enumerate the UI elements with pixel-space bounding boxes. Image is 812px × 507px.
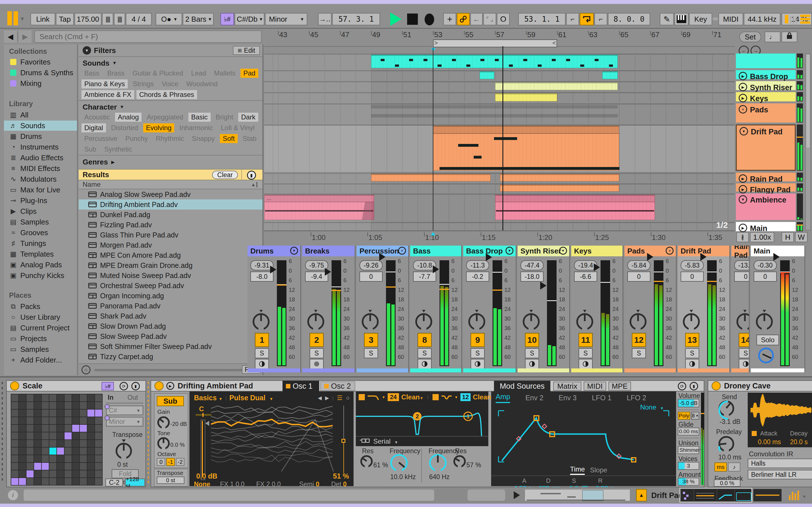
amp-envelope-display[interactable] [493,407,674,465]
filter1-marker[interactable]: 1 [466,413,469,419]
scale-aware-badge[interactable]: ♭# [101,382,114,390]
filter1-toggle[interactable] [359,394,365,400]
fold-icon[interactable]: ▶ [739,72,747,80]
filter-tag-strings[interactable]: Strings [130,79,157,89]
device-fold-strip[interactable] [2,382,3,483]
search-input[interactable] [35,31,262,43]
filter1-slope-menu[interactable]: ▼ [382,395,386,399]
tap-button[interactable]: Tap [56,13,74,25]
pan-knob[interactable] [523,313,540,330]
volume-field[interactable]: 0 [359,272,383,282]
hot-swap-icon[interactable]: ⟳ [119,382,128,390]
list-item[interactable]: Muted Noise Sweep Pad.adv [79,270,263,281]
strip-name[interactable]: Keys [571,245,622,256]
scale-grid-cell[interactable] [11,478,18,485]
mixer-strip-synth-riser[interactable]: Synth Riser▼-47.4-18.0606121824303642486… [518,245,570,372]
list-item[interactable]: Slow Sweep Pad.adv [79,331,263,341]
tempo-field[interactable]: 175.00 [74,13,101,25]
solo-button[interactable]: Solo [756,335,779,345]
strip-name[interactable]: Rain Pad [731,245,749,256]
scale-grid-cell[interactable] [34,425,41,432]
scale-grid-cell[interactable] [27,455,34,462]
volume-field[interactable]: -6.6 [574,272,597,282]
filter-tag-bass[interactable]: Bass [82,69,102,78]
scale-name-menu[interactable]: Minor▾ [265,13,307,25]
fader-handle[interactable] [270,266,276,274]
feedback-field[interactable]: 0.0 % [714,480,741,487]
filter-tag-lead[interactable]: Lead [188,69,209,78]
env-slope-tab[interactable]: Slope [590,466,607,474]
filter-tag-bright[interactable]: Bright [213,113,236,122]
scale-grid-cell[interactable] [11,417,18,424]
draw-mode-frame-button[interactable]: ⌜ ⌟ [483,13,496,25]
audition-row-button[interactable]: ∦ [737,232,749,242]
pan-knob[interactable] [756,313,773,330]
tab-matrix[interactable]: Matrix [553,382,581,391]
gain-knob[interactable] [157,416,170,429]
collection-item-mixing[interactable]: Mixing [4,78,78,89]
time-label[interactable]: 1:15 [482,233,496,242]
scale-grid-cell[interactable] [57,448,64,455]
clip-track-1[interactable] [479,71,494,79]
predelay-sync-button[interactable]: ♪ [728,462,741,471]
scale-grid-cell[interactable] [19,402,26,409]
scale-grid-cell[interactable] [57,402,64,409]
solo-button[interactable]: S [685,348,699,358]
filter1-res-knob[interactable] [360,455,373,467]
scale-grid-cell[interactable] [80,470,87,477]
scale-grid-cell[interactable] [64,394,71,401]
tab-midi[interactable]: MIDI [583,382,606,391]
scale-grid-cell[interactable] [57,463,64,470]
ableton-logo[interactable] [7,11,20,25]
filter1-freq-value[interactable]: 10.0 kHz [390,473,416,481]
scale-grid-cell[interactable] [49,440,56,447]
arrangement-position-field[interactable]: 57. 3. 1 [332,13,380,25]
solo-button[interactable]: S [310,348,324,358]
strip-name[interactable]: Drums▼ [248,245,300,256]
scale-grid-cell[interactable] [95,463,102,470]
filter-tag-snappy[interactable]: Snappy [189,134,217,143]
scale-grid-cell[interactable] [64,455,71,462]
range-field[interactable]: +128 st [125,478,145,487]
scale-grid-cell[interactable] [95,432,102,439]
tab-mpe[interactable]: MPE [608,382,631,391]
arm-monitor-button[interactable] [255,359,269,369]
octave-0-button[interactable]: 0 [157,458,165,466]
mixer-strip-drift-pad[interactable]: Drift Pad-5.830606121824303642486013S [678,245,730,372]
filter-tag-rhythmic[interactable]: Rhythmic [153,134,187,143]
scale-grid-cell[interactable] [42,440,49,447]
scale-grid-cell[interactable] [64,417,71,424]
scale-grid-cell[interactable] [49,402,56,409]
list-item[interactable]: Morgen Pad.adv [79,240,263,250]
scale-grid-cell[interactable] [57,432,64,439]
library-item-instruments[interactable]: ◔Instruments [4,142,78,152]
scale-grid-cell[interactable] [27,394,34,401]
scale-grid-cell[interactable] [72,425,79,432]
scale-grid-cell[interactable] [64,440,71,447]
filter-tag-percussive[interactable]: Percussive [82,134,120,143]
unison-mode-menu[interactable]: Shimmer▼ [678,446,699,454]
filter-tag-punchy[interactable]: Punchy [122,134,151,143]
device-activator[interactable] [712,381,721,390]
scale-grid-cell[interactable] [72,448,79,455]
group-track-icon[interactable]: ≡ [739,105,747,114]
midi-map-button[interactable]: MIDI [718,13,743,25]
fold-strip-icon[interactable]: ▼ [290,247,298,255]
library-item-midi-effects[interactable]: ≡MIDI Effects [4,163,78,173]
scale-grid-cell[interactable] [19,409,26,416]
list-item[interactable]: Analog Slow Sweep Pad.adv [79,189,263,200]
poly-voices-menu[interactable]: 8▼ [691,412,699,420]
scale-grid-cell[interactable] [34,455,41,462]
predelay-knob[interactable] [718,436,734,452]
scale-grid-cell[interactable] [57,394,64,401]
solo-button[interactable]: S [470,348,485,358]
solo-button[interactable]: S [525,348,539,358]
predelay-value[interactable]: 10.0 ms [718,453,742,461]
scale-grid-cell[interactable] [49,478,56,485]
track-number-badge[interactable]: 12 [632,333,646,347]
arm-monitor-button[interactable] [525,359,539,369]
pan-knob[interactable] [362,313,378,330]
filter-tag-mallets[interactable]: Mallets [211,69,238,78]
scale-device-titlebar[interactable]: Scale ♭# ⟳ ▮ [6,380,146,392]
filter-tag-acoustic[interactable]: Acoustic [82,113,113,122]
